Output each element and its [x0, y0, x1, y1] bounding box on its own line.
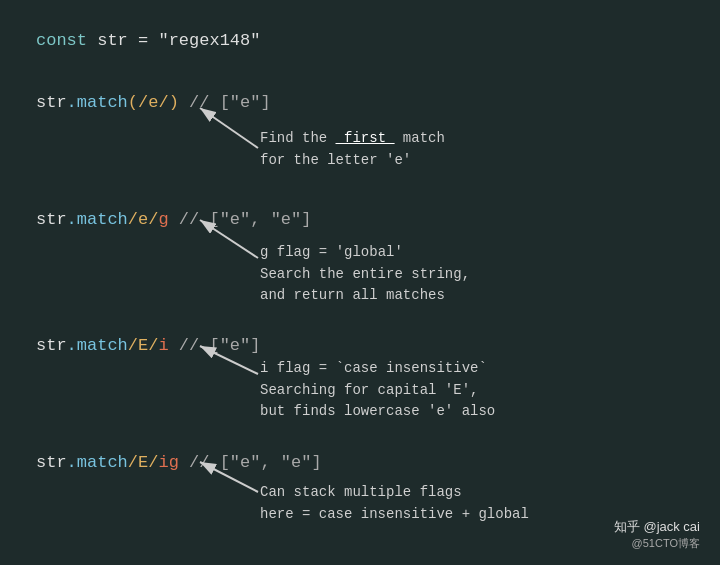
code-method-4: .match [67, 453, 128, 472]
code-line-2: str.match/e/g // ["e", "e"] [36, 207, 311, 233]
code-method-3: .match [67, 336, 128, 355]
code-var-4: str [36, 453, 67, 472]
code-regex-2: /e/g [128, 210, 169, 229]
code-comment-2: // ["e", "e"] [169, 210, 312, 229]
code-regex-4: /E/ig [128, 453, 179, 472]
code-comment-3: // ["e"] [169, 336, 261, 355]
ann1-highlight: _first_ [336, 130, 395, 146]
code-line-0: const str = "regex148" [36, 28, 260, 54]
keyword-const: const [36, 31, 87, 50]
code-var-3: str [36, 336, 67, 355]
code-regex-1: (/e/) [128, 93, 179, 112]
code-comment-4: // ["e", "e"] [179, 453, 322, 472]
watermark-line2: @51CTO博客 [614, 536, 700, 551]
code-line-1: str.match(/e/) // ["e"] [36, 90, 271, 116]
code-method-1: .match [67, 93, 128, 112]
watermark-line1: 知乎 @jack cai [614, 518, 700, 536]
code-const-rest: str = "regex148" [87, 31, 260, 50]
code-comment-1: // ["e"] [179, 93, 271, 112]
annotation-4: Can stack multiple flags here = case ins… [260, 482, 529, 525]
code-var-1: str [36, 93, 67, 112]
code-line-4: str.match/E/ig // ["e", "e"] [36, 450, 322, 476]
watermark: 知乎 @jack cai @51CTO博客 [614, 518, 700, 551]
annotation-1: Find the _first_ match for the letter 'e… [260, 128, 445, 171]
main-container: const str = "regex148" str.match(/e/) //… [0, 0, 720, 565]
ann3-lowercase: lowercase [344, 403, 420, 419]
code-method-2: .match [67, 210, 128, 229]
code-line-3: str.match/E/i // ["e"] [36, 333, 260, 359]
code-regex-3: /E/i [128, 336, 169, 355]
annotation-2: g flag = 'global' Search the entire stri… [260, 242, 470, 307]
annotation-3: i flag = `case insensitive` Searching fo… [260, 358, 495, 423]
code-var-2: str [36, 210, 67, 229]
